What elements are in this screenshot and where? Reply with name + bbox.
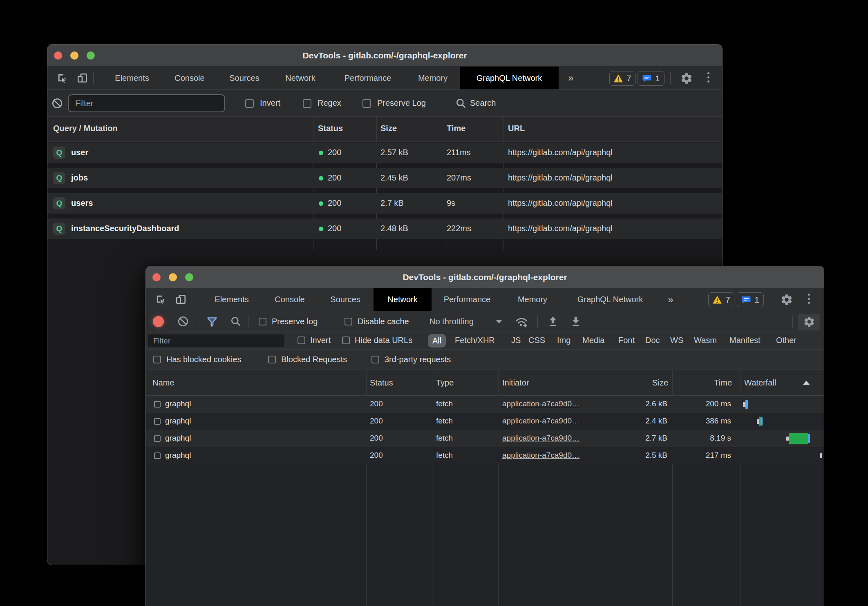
request-row[interactable]: graphql 200 fetch application-a7ca9d0… 2… bbox=[146, 413, 824, 430]
preserve-log-checkbox[interactable] bbox=[259, 318, 266, 325]
preserve-log-checkbox[interactable] bbox=[362, 99, 371, 108]
device-toolbar-icon[interactable] bbox=[77, 72, 88, 85]
tab-network-selected[interactable]: Network bbox=[374, 288, 432, 311]
record-button[interactable] bbox=[153, 316, 164, 327]
type-filter-css[interactable]: CSS bbox=[528, 336, 545, 345]
toolbar-divider bbox=[248, 316, 248, 328]
network-settings-gear-icon[interactable] bbox=[798, 314, 820, 330]
tab-performance[interactable]: Performance bbox=[444, 288, 491, 311]
time-value: 386 ms bbox=[672, 417, 731, 426]
col-type[interactable]: Type bbox=[436, 378, 454, 388]
table-row[interactable]: Q user 200 2.57 kB 211ms https://gitlab.… bbox=[47, 143, 722, 163]
warning-icon bbox=[613, 74, 623, 83]
tab-elements[interactable]: Elements bbox=[115, 67, 149, 89]
type-filter-media[interactable]: Media bbox=[582, 336, 604, 345]
col-status[interactable]: Status bbox=[318, 124, 343, 133]
import-har-icon[interactable] bbox=[547, 316, 559, 329]
disable-cache-checkbox[interactable] bbox=[345, 318, 352, 325]
more-tabs-chevron[interactable]: » bbox=[568, 67, 573, 89]
warnings-badge[interactable]: 7 bbox=[609, 71, 635, 86]
tab-elements[interactable]: Elements bbox=[215, 288, 248, 311]
titlebar[interactable]: DevTools - gitlab.com/-/graphql-explorer bbox=[146, 266, 824, 288]
resource-icon bbox=[154, 452, 161, 459]
search-icon[interactable] bbox=[230, 316, 242, 329]
third-party-requests-checkbox[interactable] bbox=[371, 356, 379, 363]
col-status[interactable]: Status bbox=[370, 378, 393, 388]
col-query-mutation[interactable]: Query / Mutation bbox=[53, 124, 118, 133]
tab-graphql-network[interactable]: GraphQL Network bbox=[577, 288, 643, 311]
tab-memory[interactable]: Memory bbox=[418, 67, 447, 89]
table-row[interactable]: Q users 200 2.7 kB 9s https://gitlab.com… bbox=[47, 193, 722, 214]
tab-network[interactable]: Network bbox=[285, 67, 315, 89]
table-row[interactable]: Q instanceSecurityDashboard 200 2.48 kB … bbox=[47, 218, 722, 239]
filter-funnel-icon[interactable] bbox=[206, 316, 218, 330]
warnings-badge[interactable]: 7 bbox=[708, 292, 734, 307]
inspect-element-icon[interactable] bbox=[56, 72, 68, 85]
issues-badge[interactable]: 1 bbox=[737, 292, 764, 307]
waterfall-download-bar bbox=[761, 417, 763, 426]
type-value: fetch bbox=[436, 434, 453, 443]
kebab-menu-icon[interactable] bbox=[808, 294, 810, 304]
kebab-menu-icon[interactable] bbox=[707, 72, 709, 82]
tab-console[interactable]: Console bbox=[275, 288, 304, 311]
initiator-link[interactable]: application-a7ca9d0… bbox=[502, 417, 579, 426]
col-name[interactable]: Name bbox=[152, 378, 174, 388]
table-row[interactable]: Q jobs 200 2.45 kB 207ms https://gitlab.… bbox=[47, 168, 722, 188]
titlebar[interactable]: DevTools - gitlab.com/-/graphql-explorer bbox=[47, 45, 722, 67]
col-time[interactable]: Time bbox=[447, 124, 465, 133]
type-filter-manifest[interactable]: Manifest bbox=[729, 336, 761, 345]
device-toolbar-icon[interactable] bbox=[175, 294, 187, 307]
issues-badge[interactable]: 1 bbox=[638, 71, 664, 86]
col-size[interactable]: Size bbox=[380, 124, 397, 133]
clear-icon[interactable] bbox=[51, 98, 63, 111]
initiator-link[interactable]: application-a7ca9d0… bbox=[502, 434, 579, 443]
graphql-filter-input[interactable] bbox=[68, 94, 225, 112]
col-size[interactable]: Size bbox=[608, 378, 668, 388]
type-filter-doc[interactable]: Doc bbox=[645, 336, 660, 345]
sort-ascending-icon[interactable] bbox=[803, 381, 810, 385]
type-filter-js[interactable]: JS bbox=[511, 336, 521, 345]
tab-console[interactable]: Console bbox=[174, 67, 204, 89]
blocked-requests-checkbox[interactable] bbox=[268, 356, 276, 363]
type-filter-all-selected[interactable]: All bbox=[428, 334, 446, 348]
tab-sources[interactable]: Sources bbox=[229, 67, 259, 89]
regex-checkbox[interactable] bbox=[303, 99, 311, 108]
request-row[interactable]: graphql 200 fetch application-a7ca9d0… 2… bbox=[146, 430, 824, 447]
type-filter-font[interactable]: Font bbox=[618, 336, 635, 345]
type-filter-img[interactable]: Img bbox=[557, 336, 570, 345]
type-filter-fetch-xhr[interactable]: Fetch/XHR bbox=[455, 336, 495, 345]
has-blocked-cookies-checkbox[interactable] bbox=[153, 356, 161, 363]
settings-gear-icon[interactable] bbox=[680, 72, 693, 87]
export-har-icon[interactable] bbox=[570, 316, 582, 329]
throttling-select-value[interactable]: No throttling bbox=[430, 317, 474, 326]
type-filter-ws[interactable]: WS bbox=[670, 336, 683, 345]
chevron-down-icon[interactable] bbox=[496, 320, 502, 323]
tab-sources[interactable]: Sources bbox=[330, 288, 360, 311]
col-initiator[interactable]: Initiator bbox=[502, 378, 529, 388]
hide-data-urls-checkbox[interactable] bbox=[342, 336, 350, 344]
invert-checkbox[interactable] bbox=[298, 336, 305, 344]
tab-graphql-network-selected[interactable]: GraphQL Network bbox=[460, 67, 559, 89]
initiator-link[interactable]: application-a7ca9d0… bbox=[502, 399, 579, 408]
network-filter-input[interactable] bbox=[148, 334, 284, 347]
request-row[interactable]: graphql 200 fetch application-a7ca9d0… 2… bbox=[146, 447, 824, 464]
query-badge: Q bbox=[53, 172, 65, 184]
type-filter-other[interactable]: Other bbox=[776, 336, 796, 345]
request-row[interactable]: graphql 200 fetch application-a7ca9d0… 2… bbox=[146, 396, 824, 413]
initiator-link[interactable]: application-a7ca9d0… bbox=[502, 451, 579, 460]
search-label[interactable]: Search bbox=[470, 98, 496, 108]
clear-icon[interactable] bbox=[177, 316, 189, 329]
col-waterfall[interactable]: Waterfall bbox=[744, 378, 776, 388]
col-time[interactable]: Time bbox=[672, 378, 732, 388]
settings-gear-icon[interactable] bbox=[780, 293, 793, 308]
search-icon[interactable] bbox=[455, 98, 467, 111]
invert-checkbox[interactable] bbox=[245, 99, 254, 108]
toolbar-divider bbox=[93, 72, 94, 85]
type-filter-wasm[interactable]: Wasm bbox=[694, 336, 717, 345]
more-tabs-chevron[interactable]: » bbox=[668, 288, 673, 311]
tab-performance[interactable]: Performance bbox=[345, 67, 391, 89]
tab-memory[interactable]: Memory bbox=[518, 288, 547, 311]
inspect-element-icon[interactable] bbox=[155, 294, 166, 307]
network-conditions-icon[interactable] bbox=[515, 316, 528, 330]
col-url[interactable]: URL bbox=[508, 124, 525, 133]
